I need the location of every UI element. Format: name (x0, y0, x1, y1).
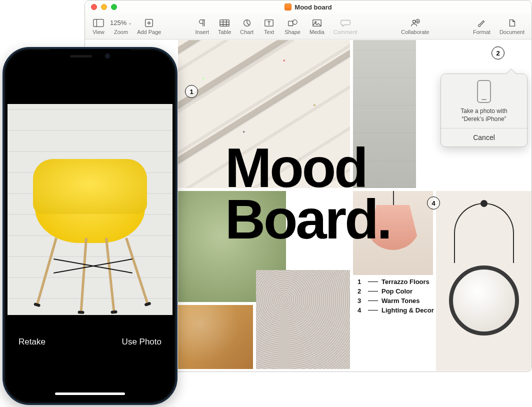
shape-icon (286, 18, 299, 28)
camera-confirm-bar: Retake Use Photo (8, 315, 172, 400)
legend-row: 1Terrazzo Floors (358, 278, 434, 286)
iphone-outline-icon (477, 80, 491, 103)
legend-number: 1 (358, 278, 364, 286)
chart-label: Chart (240, 29, 254, 35)
mirror-image[interactable] (436, 191, 532, 371)
add-page-button[interactable]: Add Page (135, 18, 163, 35)
comment-label: Comment (334, 29, 358, 35)
use-photo-button[interactable]: Use Photo (122, 337, 162, 347)
legend-dash-icon (368, 282, 378, 282)
pie-chart-icon (240, 18, 254, 28)
legend-dash-icon (368, 300, 378, 302)
shape-label: Shape (284, 29, 300, 35)
legend-label: Lighting & Decor (382, 306, 434, 314)
document-icon (506, 18, 518, 28)
home-indicator[interactable] (55, 392, 125, 395)
callout-marker-1: 1 (190, 88, 193, 96)
svg-rect-0 (94, 19, 104, 26)
insert-button[interactable]: Insert (193, 18, 211, 35)
document-label: Document (500, 29, 524, 35)
legend-label: Pop Color (382, 288, 412, 295)
iphone-screen: Retake Use Photo (8, 52, 172, 400)
yellow-chair-photo (30, 163, 150, 313)
document-button[interactable]: Document (498, 18, 526, 35)
legend-number: 4 (358, 306, 364, 314)
mood-board-title[interactable]: Mood Board. (225, 142, 390, 245)
toolbar: View 125% ⌄ Zoom Add Page (85, 14, 532, 40)
iphone-device: Retake Use Photo (2, 47, 178, 405)
popover-message: Take a photo with “Derek’s iPhone” (441, 107, 527, 128)
window-titlebar: Mood board (85, 0, 532, 14)
view-button[interactable]: View (90, 18, 107, 35)
format-button[interactable]: Format (471, 18, 492, 35)
front-camera-icon (105, 54, 110, 58)
zoom-value: 125% (110, 19, 126, 26)
zoom-value-control: 125% ⌄ (114, 18, 128, 28)
comment-button[interactable]: Comment (332, 18, 360, 35)
legend-dash-icon (368, 310, 378, 311)
chevron-down-icon: ⌄ (128, 20, 132, 26)
svg-point-15 (315, 21, 316, 22)
speech-bubble-icon (339, 18, 352, 28)
pages-doc-icon (284, 4, 292, 10)
document-title-text: Mood board (294, 4, 332, 11)
svg-point-16 (413, 20, 416, 23)
table-label: Table (218, 29, 231, 35)
shape-button[interactable]: Shape (282, 18, 302, 35)
legend-list[interactable]: 1Terrazzo Floors2Pop Color3Warm Tones4Li… (358, 278, 434, 316)
canvas-blank (419, 40, 532, 74)
legend-dash-icon (368, 291, 378, 292)
media-button[interactable]: Media (308, 18, 326, 35)
image-icon (310, 18, 324, 28)
continuity-camera-popover: Take a photo with “Derek’s iPhone” Cance… (440, 74, 528, 147)
callout-marker-4: 4 (427, 196, 440, 210)
popover-cancel-button[interactable]: Cancel (441, 128, 527, 146)
speaker-icon (70, 55, 92, 58)
pilcrow-icon (196, 18, 208, 28)
table-button[interactable]: Table (216, 18, 233, 35)
legend-number: 2 (358, 288, 364, 295)
table-icon (218, 18, 231, 28)
paintbrush-icon (475, 18, 488, 28)
couch-image[interactable] (178, 305, 253, 369)
legend-row: 3Warm Tones (358, 297, 434, 304)
chart-button[interactable]: Chart (238, 18, 256, 35)
person-plus-icon (408, 18, 422, 28)
sidebar-icon (92, 18, 105, 28)
legend-row: 2Pop Color (358, 288, 434, 295)
document-title: Mood board (85, 4, 532, 11)
media-label: Media (310, 29, 324, 35)
zoom-button[interactable]: 125% ⌄ Zoom (112, 18, 130, 35)
zoom-label: Zoom (114, 29, 128, 35)
format-label: Format (473, 29, 490, 35)
insert-label: Insert (195, 29, 209, 35)
legend-row: 4Lighting & Decor (358, 306, 434, 314)
legend-label: Terrazzo Floors (382, 278, 430, 286)
iphone-notch (50, 49, 130, 63)
camera-photo-preview[interactable] (8, 104, 172, 319)
text-box-icon (262, 18, 276, 28)
plus-square-icon (142, 18, 156, 28)
fur-image[interactable] (256, 270, 350, 369)
collaborate-button[interactable]: Collaborate (399, 18, 431, 35)
text-button[interactable]: Text (260, 18, 278, 35)
title-line-1: Mood (225, 142, 390, 194)
legend-number: 3 (358, 297, 364, 304)
add-page-label: Add Page (137, 29, 161, 35)
collaborate-label: Collaborate (401, 29, 429, 35)
view-label: View (92, 29, 104, 35)
text-label: Text (264, 29, 274, 35)
callout-marker-2: 2 (492, 46, 504, 60)
legend-label: Warm Tones (382, 297, 420, 304)
svg-rect-5 (220, 20, 229, 26)
retake-button[interactable]: Retake (18, 337, 46, 347)
title-line-2: Board. (225, 194, 390, 245)
